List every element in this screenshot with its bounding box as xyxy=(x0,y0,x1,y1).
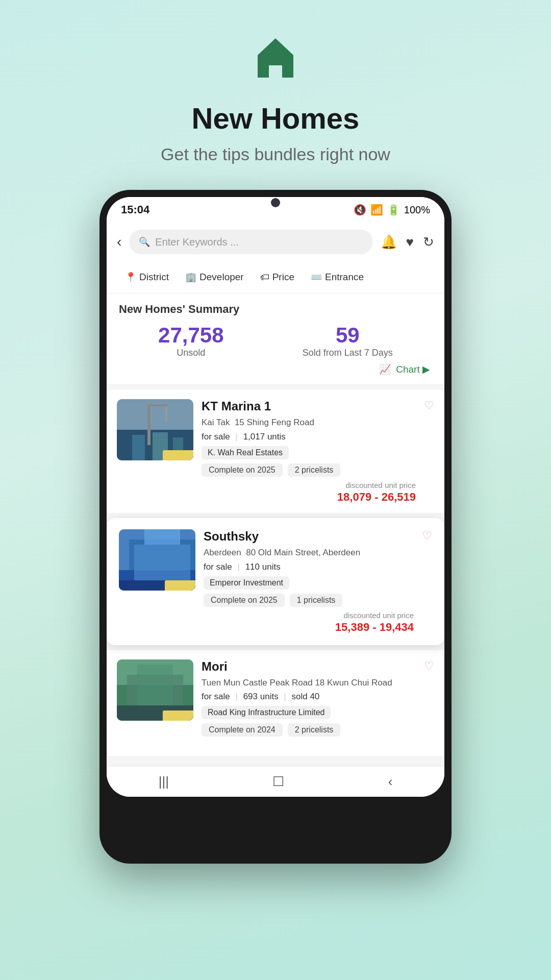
kt-marina-name: KT Marina 1 xyxy=(202,399,416,413)
unsold-stat: 27,758 Unsold xyxy=(158,323,223,358)
chart-link-label: Chart ▶ xyxy=(396,364,430,375)
mori-badges: Complete on 2024 2 pricelists xyxy=(202,723,416,737)
nav-recent-apps-button[interactable]: ||| xyxy=(159,774,169,790)
filter-entrance-label: Entrance xyxy=(325,272,364,283)
mute-icon: 🔇 xyxy=(354,204,366,216)
refresh-icon[interactable]: ↻ xyxy=(423,234,434,250)
mori-address: Tuen Mun Castle Peak Road 18 Kwun Chui R… xyxy=(202,677,416,689)
svg-text:28HSE: 28HSE xyxy=(179,584,194,590)
svg-rect-20 xyxy=(117,705,193,721)
tag-icon: 🏷 xyxy=(260,272,269,283)
southsky-price-label: discounted unit price xyxy=(204,611,414,620)
nav-home-button[interactable]: ☐ xyxy=(272,774,284,790)
svg-text:28HSE: 28HSE xyxy=(170,454,185,459)
mori-pricelist-badge: 2 pricelists xyxy=(288,723,341,737)
mori-inner: 28HSE Mori Tuen Mun Castle Peak Road 18 … xyxy=(117,659,434,741)
kt-marina-complete-badge: Complete on 2025 xyxy=(202,463,283,477)
filter-tab-developer[interactable]: 🏢 Developer xyxy=(177,267,252,287)
summary-section: New Homes' Summary 27,758 Unsold 59 Sold… xyxy=(107,293,444,385)
property-card-mori[interactable]: 28HSE Mori Tuen Mun Castle Peak Road 18 … xyxy=(107,650,444,756)
southsky-complete-badge: Complete on 2025 xyxy=(204,594,285,607)
southsky-price-row: discounted unit price 15,389 - 19,434 xyxy=(204,611,414,634)
kt-marina-badges: Complete on 2025 2 pricelists xyxy=(202,463,416,477)
search-placeholder: Enter Keywords ... xyxy=(155,236,238,248)
sold-label: Sold from Last 7 Days xyxy=(303,348,393,358)
svg-text:28HSE: 28HSE xyxy=(170,715,185,720)
mori-developer: Road King Infrastructure Limited xyxy=(202,706,331,719)
unsold-number: 27,758 xyxy=(158,323,223,348)
keyboard-icon: ⌨️ xyxy=(311,272,322,283)
status-time: 15:04 xyxy=(121,203,149,216)
southsky-fav-button[interactable]: ♡ xyxy=(422,529,432,543)
svg-rect-4 xyxy=(165,406,167,422)
home-icon xyxy=(247,31,304,87)
mori-image: 28HSE xyxy=(117,659,193,721)
svg-rect-3 xyxy=(147,404,168,406)
kt-marina-price-row: discounted unit price 18,079 - 26,519 xyxy=(202,481,416,504)
southsky-image-svg: 28HSE xyxy=(119,529,195,591)
kt-marina-price-label: discounted unit price xyxy=(202,481,416,489)
header-action-icons: 🔔 ♥ ↻ xyxy=(381,234,434,250)
svg-rect-12 xyxy=(134,545,190,580)
kt-marina-address: Kai Tak 15 Shing Feng Road xyxy=(202,416,416,429)
southsky-name: Southsky xyxy=(204,529,414,544)
mori-name: Mori xyxy=(202,659,416,674)
southsky-price-value: 15,389 - 19,434 xyxy=(204,621,414,634)
kt-marina-sale-info: for sale | 1,017 untis xyxy=(202,432,416,442)
southsky-inner: 28HSE Southsky Aberdeen 80 Old Main Stre… xyxy=(119,529,432,634)
svg-rect-13 xyxy=(144,529,180,545)
search-icon: 🔍 xyxy=(139,236,150,248)
filter-district-label: District xyxy=(139,272,169,283)
mori-info: Mori Tuen Mun Castle Peak Road 18 Kwun C… xyxy=(202,659,416,741)
building-icon: 🏢 xyxy=(185,272,196,283)
kt-marina-image-svg: 28HSE xyxy=(117,399,193,460)
summary-title: New Homes' Summary xyxy=(119,303,432,316)
southsky-address: Aberdeen 80 Old Main Street, Aberdeen xyxy=(204,547,414,559)
chart-link[interactable]: 📈 Chart ▶ xyxy=(119,363,432,375)
mori-complete-badge: Complete on 2024 xyxy=(202,723,283,737)
filter-price-label: Price xyxy=(272,272,294,283)
southsky-badges: Complete on 2025 1 pricelists xyxy=(204,594,414,607)
kt-marina-info: KT Marina 1 Kai Tak 15 Shing Feng Road f… xyxy=(202,399,416,504)
kt-marina-pricelist-badge: 2 pricelists xyxy=(288,463,341,477)
back-button[interactable]: ‹ xyxy=(117,234,121,250)
kt-marina-fav-button[interactable]: ♡ xyxy=(424,399,434,412)
unsold-label: Unsold xyxy=(158,348,223,358)
kt-marina-image: 28HSE xyxy=(117,399,193,460)
nav-back-button[interactable]: ‹ xyxy=(388,774,393,790)
battery-percent: 100% xyxy=(404,204,430,216)
southsky-image: 28HSE xyxy=(119,529,195,591)
status-bar: 15:04 🔇 📶 🔋 100% xyxy=(107,197,444,223)
battery-icon: 🔋 xyxy=(387,204,400,216)
filter-tab-district[interactable]: 📍 District xyxy=(117,267,177,287)
svg-rect-2 xyxy=(147,404,151,445)
property-card-southsky[interactable]: 28HSE Southsky Aberdeen 80 Old Main Stre… xyxy=(107,518,444,645)
kt-marina-developer: K. Wah Real Estates xyxy=(202,446,289,459)
app-header: New Homes Get the tips bundles right now xyxy=(161,31,390,164)
sold-stat: 59 Sold from Last 7 Days xyxy=(303,323,393,358)
southsky-pricelist-badge: 1 pricelists xyxy=(290,594,343,607)
kt-marina-price-value: 18,079 - 26,519 xyxy=(202,491,416,504)
search-input-field[interactable]: 🔍 Enter Keywords ... xyxy=(130,230,372,254)
filter-tab-price[interactable]: 🏷 Price xyxy=(252,267,303,287)
bell-icon[interactable]: 🔔 xyxy=(381,234,397,250)
filter-developer-label: Developer xyxy=(199,272,244,283)
app-title: New Homes xyxy=(192,101,360,135)
property-card-kt-marina[interactable]: 28HSE KT Marina 1 Kai Tak 15 Shing Feng … xyxy=(107,390,444,513)
mori-fav-button[interactable]: ♡ xyxy=(424,659,434,673)
mori-image-svg: 28HSE xyxy=(117,659,193,721)
southsky-developer: Emperor Investment xyxy=(204,576,289,590)
screen-inner: 15:04 🔇 📶 🔋 100% ‹ 🔍 Enter Keywords ... … xyxy=(107,197,444,797)
bottom-nav: ||| ☐ ‹ xyxy=(107,766,444,797)
sold-number: 59 xyxy=(303,323,393,348)
phone-screen: 15:04 🔇 📶 🔋 100% ‹ 🔍 Enter Keywords ... … xyxy=(107,197,444,797)
filter-tabs: 📍 District 🏢 Developer 🏷 Price ⌨️ Entran… xyxy=(107,261,444,293)
heart-icon[interactable]: ♥ xyxy=(406,234,414,250)
svg-rect-6 xyxy=(153,432,168,460)
property-card-kt-marina-header: 28HSE KT Marina 1 Kai Tak 15 Shing Feng … xyxy=(117,399,434,504)
southsky-sale-info: for sale | 110 units xyxy=(204,562,414,572)
search-bar-row: ‹ 🔍 Enter Keywords ... 🔔 ♥ ↻ xyxy=(107,223,444,261)
filter-tab-entrance[interactable]: ⌨️ Entrance xyxy=(303,267,372,287)
pin-icon: 📍 xyxy=(125,272,136,283)
svg-rect-7 xyxy=(173,437,183,460)
